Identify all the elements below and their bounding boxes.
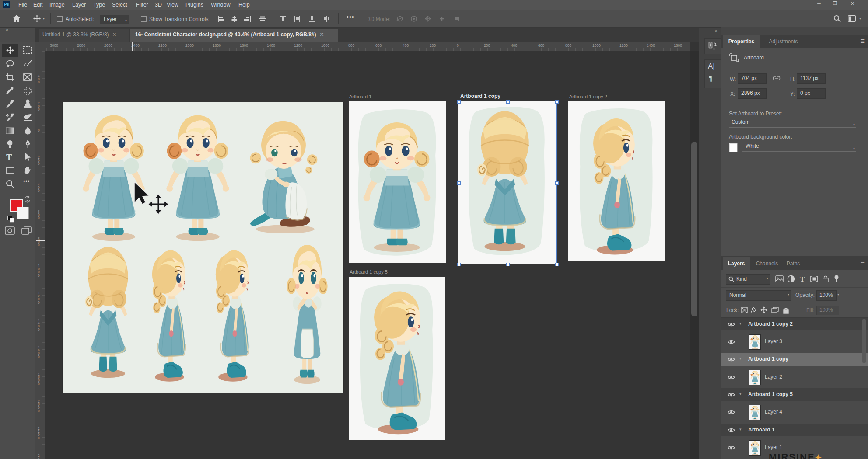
- svg-text:T: T: [800, 275, 805, 283]
